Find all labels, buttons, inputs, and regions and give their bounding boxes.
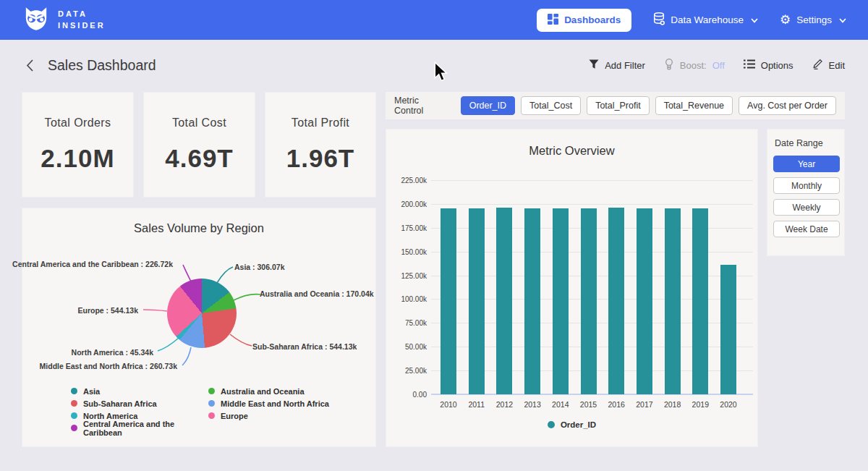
edit-pencil-icon (812, 59, 823, 72)
metric-control-buttons: Order_IDTotal_CostTotal_ProfitTotal_Reve… (461, 96, 836, 115)
y-axis-tick: 225.00k (388, 177, 427, 184)
x-axis-tick: 2013 (518, 400, 547, 409)
bar-2014[interactable] (553, 208, 569, 394)
nav-settings-label: Settings (796, 14, 832, 25)
metric-chip-total-revenue[interactable]: Total_Revenue (655, 96, 733, 115)
add-filter-button[interactable]: Add Filter (589, 59, 645, 72)
nav-data-warehouse-menu[interactable]: Data Warehouse (653, 12, 758, 27)
bar-2011[interactable] (469, 208, 485, 394)
metric-control-label: Metric Control (394, 96, 449, 116)
back-button[interactable] (22, 57, 38, 73)
x-axis-tick: 2019 (686, 400, 715, 409)
filter-funnel-icon (589, 59, 599, 72)
date-range-monthly[interactable]: Monthly (773, 177, 840, 194)
pie-legend-item[interactable]: Asia (71, 385, 208, 397)
gridline (431, 204, 753, 205)
bar-2015[interactable] (581, 208, 597, 394)
legend-dot (71, 412, 77, 419)
metric-chip-total-cost[interactable]: Total_Cost (521, 96, 581, 115)
bar-2019[interactable] (692, 208, 708, 394)
legend-label: Australia and Oceania (221, 387, 305, 396)
y-axis-tick: 25.00k (388, 367, 427, 375)
pie-label-asia: Asia : 306.07k (234, 263, 284, 271)
date-range-panel: Date Range YearMonthlyWeeklyWeek Date (767, 129, 845, 256)
bar-2010[interactable] (441, 208, 456, 394)
date-range-year[interactable]: Year (773, 156, 840, 172)
boost-toggle[interactable]: Boost: Off (664, 59, 725, 72)
x-axis-tick: 2018 (658, 400, 687, 409)
y-axis-tick: 175.00k (388, 224, 427, 232)
metric-chip-avg-cost-per-order[interactable]: Avg. Cost per Order (739, 96, 836, 115)
metric-overview-chart-panel: Metric Overview 0.0025.00k50.00k75.00k10… (386, 129, 758, 447)
pie-chart[interactable] (167, 279, 237, 348)
pie-chart-title: Sales Volume by Region (22, 221, 375, 235)
nav-settings-menu[interactable]: ⚙ Settings (780, 14, 846, 26)
date-range-week-date[interactable]: Week Date (773, 221, 840, 237)
legend-label: Sub-Saharan Africa (83, 399, 157, 408)
gridline (431, 180, 753, 181)
y-axis-tick: 100.00k (388, 295, 427, 303)
legend-label: Order_ID (561, 420, 596, 429)
metric-control-strip: Metric Control Order_IDTotal_CostTotal_P… (386, 92, 845, 119)
legend-dot (71, 400, 77, 407)
bar-chart-legend[interactable]: Order_ID (386, 420, 757, 429)
y-axis-tick: 0.00 (388, 391, 427, 399)
kpi-label: Total Cost (172, 116, 226, 130)
legend-label: Central America and the Caribbean (83, 420, 208, 437)
metric-chip-total-profit[interactable]: Total_Profit (587, 96, 650, 115)
y-axis-tick: 50.00k (388, 343, 427, 351)
pie-label-australia-and-oceania: Australia and Oceania : 170.04k (260, 289, 374, 298)
database-icon (653, 12, 665, 27)
y-axis-tick: 75.00k (388, 319, 427, 327)
metric-chip-order-id[interactable]: Order_ID (461, 96, 515, 115)
bar-2018[interactable] (665, 208, 681, 394)
nav-dashboards-button[interactable]: Dashboards (537, 9, 631, 32)
page-title: Sales Dashboard (48, 57, 156, 74)
kpi-card-total-cost: Total Cost 4.69T (143, 92, 255, 198)
bar-chart-title: Metric Overview (386, 144, 757, 158)
date-range-weekly[interactable]: Weekly (773, 199, 840, 216)
options-button[interactable]: Options (744, 59, 793, 71)
x-axis-tick: 2015 (574, 400, 603, 409)
date-range-label: Date Range (775, 138, 838, 148)
y-axis-tick: 125.00k (388, 272, 427, 280)
add-filter-label: Add Filter (605, 60, 645, 71)
kpi-value: 2.10M (41, 144, 114, 173)
bar-2020[interactable] (720, 265, 736, 394)
pie-label-central-america-and-the-caribbean: Central America and the Caribbean : 226.… (12, 260, 173, 268)
kpi-label: Total Profit (292, 116, 349, 130)
bar-2013[interactable] (524, 208, 540, 394)
kpi-label: Total Orders (45, 116, 111, 130)
y-axis-tick: 150.00k (388, 248, 427, 256)
legend-label: Asia (83, 387, 100, 396)
pie-legend-item[interactable]: Central America and the Caribbean (71, 422, 208, 434)
edit-button[interactable]: Edit (812, 59, 845, 72)
bar-2017[interactable] (637, 208, 652, 394)
pie-legend-item[interactable]: Australia and Oceania (208, 385, 329, 397)
dashboards-grid-icon (548, 14, 558, 27)
bar-plot: 0.0025.00k50.00k75.00k100.00k125.00k150.… (431, 180, 753, 394)
sales-volume-pie-panel: Sales Volume by Region Asia : 306.07kAus… (22, 208, 376, 447)
kpi-card-total-profit: Total Profit 1.96T (265, 92, 376, 198)
chevron-down-icon (751, 14, 758, 25)
pie-legend: AsiaSub-Saharan AfricaNorth AmericaCentr… (71, 385, 329, 434)
legend-dot (71, 425, 77, 431)
nav-dashboards-label: Dashboards (564, 14, 621, 25)
pie-legend-item[interactable]: Middle East and North Africa (208, 397, 329, 410)
bar-2016[interactable] (608, 208, 624, 394)
legend-dot (208, 400, 215, 407)
brand-logo[interactable]: DATAINSIDER (22, 7, 106, 34)
date-range-buttons: YearMonthlyWeeklyWeek Date (773, 156, 838, 237)
boost-balloon-icon (664, 59, 674, 72)
gear-icon: ⚙ (780, 14, 791, 26)
pie-label-sub-saharan-africa: Sub-Saharan Africa : 544.13k (252, 342, 357, 351)
bar-2012[interactable] (496, 208, 512, 395)
legend-label: Europe (221, 412, 248, 420)
pie-legend-item[interactable]: Europe (208, 410, 329, 422)
kpi-card-total-orders: Total Orders 2.10M (22, 92, 134, 198)
pie-label-middle-east-and-north-africa: Middle East and North Africa : 260.73k (40, 362, 177, 370)
y-axis-tick: 200.00k (388, 200, 427, 208)
x-axis-tick: 2020 (714, 400, 743, 409)
pie-legend-item[interactable]: Sub-Saharan Africa (71, 397, 208, 410)
chevron-down-icon (839, 14, 846, 25)
